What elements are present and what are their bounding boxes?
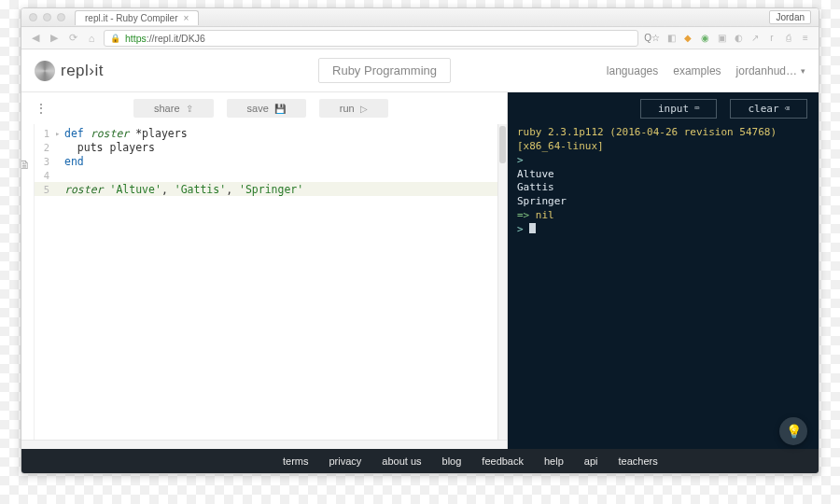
url-rest: ://repl.it/DKJ6 [147, 33, 205, 44]
traffic-light-min[interactable] [43, 13, 51, 21]
ext-icon[interactable]: ◆ [682, 33, 693, 43]
logo-mark-icon [35, 61, 55, 81]
nav-home-icon[interactable]: ⌂ [85, 33, 98, 44]
footer-link-teachers[interactable]: teachers [618, 455, 657, 467]
console-pane: input⌨ clear⌫ ruby 2.3.1p112 (2016-04-26… [508, 92, 819, 449]
footer-link-about-us[interactable]: about us [382, 455, 421, 467]
lightbulb-icon: 💡 [786, 424, 802, 439]
site-logo[interactable]: repl›it [35, 61, 104, 81]
nav-languages[interactable]: languages [607, 64, 658, 77]
code-text: end [64, 155, 84, 168]
nav-back-icon[interactable]: ◀ [29, 32, 42, 44]
input-icon: ⌨ [694, 104, 699, 113]
footer-link-help[interactable]: help [544, 455, 564, 467]
address-bar[interactable]: 🔒 https://repl.it/DKJ6 [104, 30, 638, 47]
browser-profile-chip[interactable]: Jordan [769, 10, 811, 24]
ext-icon[interactable]: ↗ [749, 33, 761, 43]
url-scheme: https [125, 33, 147, 44]
line-number: 3 [35, 156, 55, 167]
console-output[interactable]: ruby 2.3.1p112 (2016-04-26 revision 5476… [508, 124, 819, 449]
help-fab[interactable]: 💡 [779, 417, 807, 445]
nav-forward-icon[interactable]: ▶ [48, 32, 61, 44]
extension-icons: ◧ ◆ ◉ ▣ ◐ ↗ r ⎙ ≡ [665, 33, 811, 43]
browser-tab[interactable]: repl.it - Ruby Compiler × [75, 10, 199, 25]
browser-urlbar: ◀ ▶ ⟳ ⌂ 🔒 https://repl.it/DKJ6 Q☆ ◧ ◆ ◉ … [21, 27, 819, 49]
menu-icon[interactable]: ≡ [800, 33, 811, 43]
run-button[interactable]: run▷ [319, 99, 388, 118]
brand-text: repl›it [61, 62, 104, 80]
line-number: 1 [35, 128, 55, 139]
traffic-light-close[interactable] [29, 13, 37, 21]
footer-link-feedback[interactable]: feedback [482, 455, 524, 467]
ext-icon[interactable]: ◧ [665, 33, 677, 43]
fold-icon[interactable]: ▸ [55, 129, 64, 138]
footer-link-blog[interactable]: blog [442, 455, 462, 467]
code-text: roster 'Altuve', 'Gattis', 'Springer' [64, 183, 303, 196]
editor-pane: ⋮ share⇪ save💾 run▷ 🗎 1▸def roster *play… [21, 92, 508, 449]
share-button[interactable]: share⇪ [133, 99, 214, 118]
code-editor[interactable]: 1▸def roster *players2 puts players3end4… [35, 124, 507, 440]
line-number: 4 [35, 170, 55, 181]
footer-link-privacy[interactable]: privacy [329, 455, 362, 467]
chevron-down-icon: ▾ [801, 66, 805, 76]
code-line[interactable]: 1▸def roster *players [35, 126, 507, 140]
clear-button[interactable]: clear⌫ [730, 99, 807, 119]
ext-icon[interactable]: ◐ [733, 33, 744, 43]
code-text: def roster *players [64, 127, 188, 140]
editor-toolbar: ⋮ share⇪ save💾 run▷ [21, 92, 507, 124]
ext-icon[interactable]: ◉ [699, 33, 710, 43]
cast-icon[interactable]: ⎙ [783, 33, 794, 43]
code-text: puts players [64, 141, 155, 154]
site-header: repl›it Ruby Programming languages examp… [21, 49, 819, 92]
line-number: 5 [35, 184, 55, 195]
play-icon: ▷ [360, 104, 368, 114]
tab-title: repl.it - Ruby Compiler [85, 13, 177, 23]
window-titlebar: repl.it - Ruby Compiler × Jordan [21, 8, 819, 27]
scrollbar-vertical[interactable] [497, 124, 507, 440]
clear-icon: ⌫ [785, 104, 790, 113]
tab-close-icon[interactable]: × [183, 13, 189, 23]
lock-icon: 🔒 [110, 34, 120, 43]
nav-reload-icon[interactable]: ⟳ [66, 32, 79, 44]
input-button[interactable]: input⌨ [640, 99, 718, 119]
traffic-light-max[interactable] [57, 13, 65, 21]
site-footer: termsprivacyabout usblogfeedbackhelpapit… [21, 449, 819, 473]
footer-link-terms[interactable]: terms [283, 455, 309, 467]
nav-user-menu[interactable]: jordanhud… ▾ [736, 64, 805, 77]
code-line[interactable]: 4 [35, 168, 507, 182]
code-line[interactable]: 5roster 'Altuve', 'Gattis', 'Springer' [35, 182, 507, 196]
ext-icon[interactable]: r [766, 33, 777, 43]
console-toolbar: input⌨ clear⌫ [508, 92, 819, 124]
share-icon: ⇪ [186, 104, 193, 114]
page-title-pill[interactable]: Ruby Programming [318, 58, 451, 83]
scrollbar-horizontal[interactable] [21, 440, 507, 449]
file-icon[interactable]: 🗎 [21, 158, 31, 172]
ext-icon[interactable]: ▣ [716, 33, 727, 43]
qr-icon[interactable]: Q☆ [644, 33, 660, 43]
code-line[interactable]: 3end [35, 154, 507, 168]
line-number: 2 [35, 142, 55, 153]
footer-link-api[interactable]: api [584, 455, 598, 467]
save-icon: 💾 [274, 104, 286, 114]
nav-examples[interactable]: examples [673, 64, 721, 77]
editor-menu-icon[interactable]: ⋮ [31, 101, 51, 116]
code-line[interactable]: 2 puts players [35, 140, 507, 154]
nav-user-label: jordanhud… [736, 64, 797, 77]
save-button[interactable]: save💾 [227, 99, 306, 118]
